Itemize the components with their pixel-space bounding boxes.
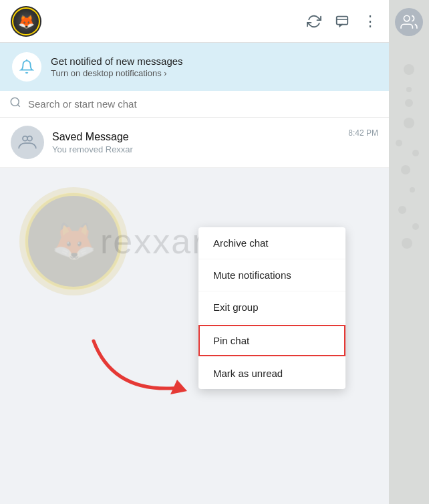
svg-rect-0 xyxy=(337,16,348,24)
right-panel-avatar xyxy=(395,8,423,36)
svg-point-19 xyxy=(410,187,415,193)
chat-icon[interactable] xyxy=(334,13,350,29)
chat-item-saved[interactable]: Saved Message You removed Rexxar 8:42 PM xyxy=(0,118,389,168)
chat-preview: You removed Rexxar xyxy=(52,144,340,154)
context-pin-chat[interactable]: Pin chat xyxy=(198,325,345,356)
context-mark-unread[interactable]: Mark as unread xyxy=(198,358,345,389)
context-menu: Archive chat Mute notifications Exit gro… xyxy=(198,227,345,389)
svg-point-16 xyxy=(396,140,402,146)
notification-banner[interactable]: Get notified of new messages Turn on des… xyxy=(0,43,389,91)
context-exit-group[interactable]: Exit group xyxy=(198,291,345,324)
svg-point-11 xyxy=(404,15,410,21)
svg-point-14 xyxy=(405,99,413,107)
svg-line-3 xyxy=(17,104,19,106)
bell-icon-circle xyxy=(12,52,41,82)
svg-point-21 xyxy=(412,223,419,230)
svg-point-5 xyxy=(27,136,32,141)
sidebar-pattern xyxy=(392,49,426,320)
logo-inner: 🦊 xyxy=(12,7,40,35)
chat-time: 8:42 PM xyxy=(348,128,378,138)
chat-info: Saved Message You removed Rexxar xyxy=(52,131,340,154)
search-icon xyxy=(9,96,21,112)
notification-title: Get notified of new messages xyxy=(51,55,183,67)
svg-point-4 xyxy=(23,136,27,141)
chat-list: Saved Message You removed Rexxar 8:42 PM xyxy=(0,118,389,168)
svg-point-13 xyxy=(406,87,412,92)
header: 🦊 xyxy=(0,0,389,43)
app-logo: 🦊 xyxy=(11,6,41,37)
svg-marker-10 xyxy=(170,380,187,394)
svg-point-18 xyxy=(401,165,410,174)
search-input[interactable] xyxy=(28,98,380,110)
svg-text:🦊: 🦊 xyxy=(51,219,97,263)
sync-icon[interactable] xyxy=(306,13,322,29)
svg-point-15 xyxy=(404,118,414,128)
svg-point-22 xyxy=(402,238,412,249)
right-panel xyxy=(389,0,429,504)
svg-point-17 xyxy=(412,150,419,156)
context-mute-notifications[interactable]: Mute notifications xyxy=(198,259,345,291)
svg-point-2 xyxy=(11,98,19,106)
svg-point-20 xyxy=(398,206,406,214)
notification-text: Get notified of new messages Turn on des… xyxy=(51,55,183,78)
search-bar xyxy=(0,91,389,118)
notification-subtitle[interactable]: Turn on desktop notifications › xyxy=(51,68,183,78)
chat-name: Saved Message xyxy=(52,131,340,143)
header-icons: ⋮ xyxy=(306,13,378,29)
chat-avatar xyxy=(11,126,44,159)
context-archive-chat[interactable]: Archive chat xyxy=(198,227,345,259)
more-icon[interactable]: ⋮ xyxy=(362,13,378,29)
svg-point-12 xyxy=(404,64,414,75)
